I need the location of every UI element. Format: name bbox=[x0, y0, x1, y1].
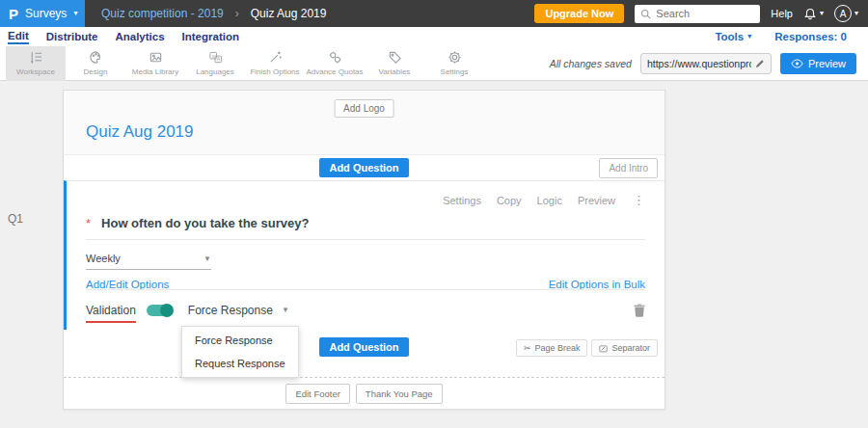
toolbar-item-workspace[interactable]: Workspace bbox=[6, 46, 66, 81]
breadcrumb-folder[interactable]: Quiz competition - 2019 bbox=[101, 7, 224, 20]
upgrade-now-button[interactable]: Upgrade Now bbox=[534, 4, 624, 23]
tab-distribute[interactable]: Distribute bbox=[46, 30, 98, 43]
pencil-icon[interactable] bbox=[755, 59, 765, 68]
trash-icon bbox=[634, 304, 645, 317]
dropdown-option-force-response[interactable]: Force Response bbox=[182, 329, 298, 352]
question-copy-link[interactable]: Copy bbox=[497, 195, 522, 206]
add-question-strip-top: Add Question Add Intro bbox=[64, 155, 665, 180]
toolbar-item-label: Design bbox=[84, 67, 108, 76]
preview-button[interactable]: Preview bbox=[780, 53, 856, 74]
validation-row: Validation Force Response ▼ bbox=[86, 289, 645, 330]
toolbar-item-advance-quotas[interactable]: Advance Quotas bbox=[305, 46, 365, 81]
global-search[interactable] bbox=[635, 5, 760, 23]
add-question-strip-bottom: Add Question ✂ Page Break Separator bbox=[64, 330, 665, 377]
toolbar-item-finish-options[interactable]: Finish Options bbox=[245, 46, 305, 81]
tools-label: Tools bbox=[715, 31, 744, 42]
help-link[interactable]: Help bbox=[771, 8, 793, 19]
chevron-down-icon: ▾ bbox=[73, 10, 77, 17]
tab-analytics[interactable]: Analytics bbox=[115, 30, 164, 43]
tools-menu[interactable]: Tools ▾ bbox=[715, 31, 751, 42]
required-marker: * bbox=[86, 216, 91, 230]
page-break-button[interactable]: ✂ Page Break bbox=[516, 339, 588, 357]
scissors-icon: ✂ bbox=[524, 343, 531, 353]
breadcrumb-survey-name[interactable]: Quiz Aug 2019 bbox=[251, 7, 327, 20]
survey-title[interactable]: Quiz Aug 2019 bbox=[86, 122, 194, 142]
avatar: A bbox=[834, 5, 852, 22]
separator-label: Separator bbox=[611, 343, 650, 353]
palette-icon bbox=[89, 50, 103, 65]
notifications-menu[interactable]: ▾ bbox=[803, 7, 824, 21]
chevron-down-icon: ▾ bbox=[854, 10, 858, 17]
search-icon bbox=[640, 9, 651, 19]
question-preview-link[interactable]: Preview bbox=[578, 195, 615, 206]
validation-toggle[interactable] bbox=[147, 305, 173, 316]
add-question-button[interactable]: Add Question bbox=[319, 158, 408, 177]
validation-dropdown-menu: Force Response Request Response bbox=[181, 326, 299, 378]
toggle-knob bbox=[160, 304, 174, 317]
svg-text:A: A bbox=[216, 56, 220, 62]
svg-text:x: x bbox=[211, 53, 214, 59]
separator-button[interactable]: Separator bbox=[591, 339, 658, 357]
survey-footer-section: Edit Footer Thank You Page bbox=[64, 377, 665, 409]
chevron-down-icon: ▾ bbox=[820, 10, 824, 17]
toolbar-item-variables[interactable]: Variables bbox=[365, 46, 424, 81]
toolbar-item-label: Settings bbox=[441, 67, 469, 76]
tab-edit[interactable]: Edit bbox=[8, 29, 29, 44]
search-input[interactable] bbox=[656, 8, 754, 19]
eye-icon bbox=[791, 59, 803, 68]
question-settings-link[interactable]: Settings bbox=[443, 195, 481, 206]
add-question-button[interactable]: Add Question bbox=[319, 337, 408, 357]
toolbar-item-label: Variables bbox=[379, 67, 411, 76]
page-break-label: Page Break bbox=[534, 343, 580, 353]
workspace-toolbar: Workspace Design Media Library xA Langua… bbox=[0, 46, 868, 81]
kebab-menu-icon[interactable]: ⋮ bbox=[633, 193, 645, 207]
responses-link[interactable]: Responses: 0 bbox=[774, 31, 847, 42]
chevron-down-icon: ▼ bbox=[203, 254, 211, 263]
tag-icon bbox=[388, 50, 402, 65]
workspace-icon bbox=[29, 50, 43, 65]
survey-url: https://www.questionpro.com/t/APNrFZ bbox=[647, 58, 751, 69]
survey-card: Add Logo Quiz Aug 2019 Add Question Add … bbox=[63, 90, 665, 410]
toolbar-item-label: Finish Options bbox=[250, 67, 299, 76]
gear-icon bbox=[448, 50, 462, 65]
breadcrumb: Quiz competition - 2019 › Quiz Aug 2019 bbox=[85, 7, 534, 20]
product-switcher-label: Surveys bbox=[25, 7, 67, 20]
links-icon bbox=[328, 50, 342, 65]
toolbar-right: All changes saved https://www.questionpr… bbox=[550, 53, 868, 74]
account-menu[interactable]: A ▾ bbox=[834, 5, 858, 22]
wand-icon bbox=[268, 50, 283, 65]
toolbar-item-media-library[interactable]: Media Library bbox=[125, 46, 185, 81]
chevron-down-icon: ▾ bbox=[747, 33, 751, 40]
question-block: Settings Copy Logic Preview ⋮ * How ofte… bbox=[64, 180, 665, 330]
section-nav: Edit Distribute Analytics Integration To… bbox=[0, 27, 868, 46]
save-status: All changes saved bbox=[550, 58, 632, 69]
thank-you-page-button[interactable]: Thank You Page bbox=[356, 384, 443, 404]
add-intro-button[interactable]: Add Intro bbox=[599, 158, 658, 178]
tab-integration[interactable]: Integration bbox=[182, 30, 239, 43]
toolbar-item-settings[interactable]: Settings bbox=[424, 46, 484, 81]
toolbar-item-label: Advance Quotas bbox=[306, 67, 363, 76]
toolbar-item-design[interactable]: Design bbox=[66, 46, 125, 81]
toolbar-item-languages[interactable]: xA Languages bbox=[185, 46, 245, 81]
toolbar-item-label: Workspace bbox=[16, 67, 55, 76]
selected-option-label: Weekly bbox=[86, 253, 121, 264]
answer-option-select[interactable]: Weekly ▼ bbox=[86, 253, 211, 270]
add-logo-button[interactable]: Add Logo bbox=[334, 99, 394, 118]
question-text[interactable]: How often do you take the survey? bbox=[101, 216, 309, 230]
validation-label: Validation bbox=[86, 304, 136, 323]
delete-question-button[interactable] bbox=[634, 304, 645, 317]
validation-mode-select[interactable]: Force Response ▼ bbox=[188, 304, 289, 317]
breadcrumb-separator-icon: › bbox=[235, 7, 239, 20]
survey-editor-canvas: Q1 Add Logo Quiz Aug 2019 Add Question A… bbox=[0, 81, 868, 428]
toolbar-item-label: Languages bbox=[196, 67, 234, 76]
questionpro-logo-icon: P bbox=[9, 7, 18, 21]
bell-icon bbox=[803, 7, 817, 21]
brand-menu[interactable]: P Surveys ▾ bbox=[0, 0, 85, 27]
edit-footer-button[interactable]: Edit Footer bbox=[285, 384, 349, 404]
survey-header-section: Add Logo Quiz Aug 2019 bbox=[64, 91, 665, 155]
validation-mode-label: Force Response bbox=[188, 304, 273, 317]
answer-select-row: Weekly ▼ bbox=[86, 253, 645, 270]
question-logic-link[interactable]: Logic bbox=[537, 195, 562, 206]
dropdown-option-request-response[interactable]: Request Response bbox=[182, 352, 298, 375]
survey-url-field[interactable]: https://www.questionpro.com/t/APNrFZ bbox=[640, 53, 772, 74]
